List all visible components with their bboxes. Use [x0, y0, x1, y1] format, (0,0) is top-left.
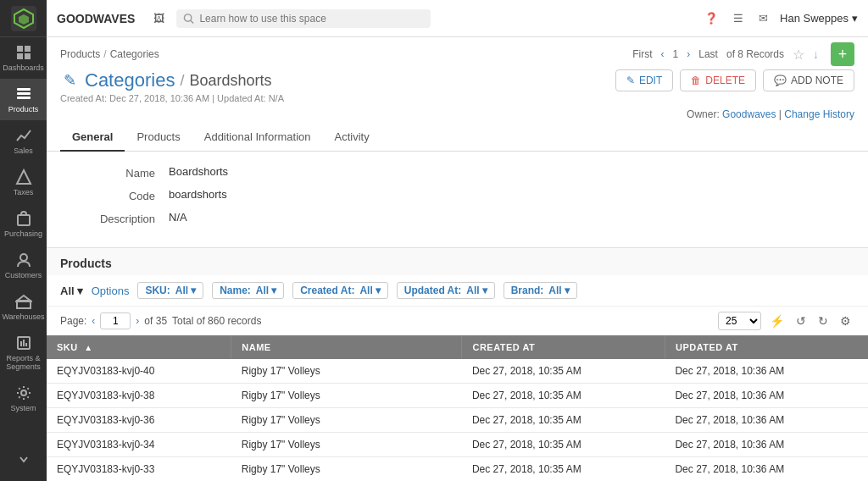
sidebar-item-customers[interactable]: Customers — [0, 245, 47, 286]
chevron-left-icon[interactable]: ‹ — [661, 48, 665, 60]
app-logo — [0, 0, 47, 37]
chevron-down-icon: ▾ — [482, 285, 487, 296]
tab-general[interactable]: General — [60, 124, 125, 152]
sidebar-item-warehouses[interactable]: Warehouses — [0, 286, 47, 328]
sidebar-item-system[interactable]: System — [0, 378, 47, 419]
filter-brand[interactable]: Brand: All ▾ — [504, 282, 577, 299]
filter-updated[interactable]: Updated At: All ▾ — [397, 282, 495, 299]
refresh-icon[interactable]: ↺ — [793, 312, 810, 329]
svg-rect-7 — [17, 88, 31, 91]
delete-button[interactable]: 🗑 DELETE — [680, 69, 756, 91]
cell-updated: Dec 27, 2018, 10:36 AM — [665, 408, 868, 433]
action-buttons: ✎ EDIT 🗑 DELETE 💬 ADD NOTE — [615, 69, 854, 91]
trash-icon: 🗑 — [691, 75, 701, 86]
sidebar-item-taxes[interactable]: Taxes — [0, 162, 47, 203]
chevron-down-icon: ▾ — [191, 285, 196, 296]
filter-name[interactable]: Name: All ▾ — [212, 282, 284, 299]
tab-additional[interactable]: Additional Information — [192, 124, 323, 152]
col-header-name[interactable]: NAME — [231, 335, 462, 359]
page-total: of 35 — [144, 315, 167, 327]
record-first[interactable]: First — [632, 48, 652, 60]
owner-label: Owner: — [687, 108, 720, 120]
mail-icon[interactable]: ✉ — [759, 12, 768, 25]
sidebar-item-taxes-label: Taxes — [14, 188, 34, 196]
cell-updated: Dec 27, 2018, 10:36 AM — [665, 359, 868, 384]
owner-link[interactable]: Goodwaves — [722, 108, 776, 120]
topbar: GOODWAVES 🖼 ❓ ☰ ✉ Han Sweppes ▾ — [47, 0, 868, 37]
main-content: GOODWAVES 🖼 ❓ ☰ ✉ Han Sweppes ▾ Products… — [47, 0, 868, 481]
sidebar-item-sales-label: Sales — [14, 147, 33, 155]
topbar-image-icon[interactable]: 🖼 — [153, 12, 164, 25]
star-icon[interactable]: ☆ — [793, 47, 804, 63]
search-input[interactable] — [199, 13, 424, 25]
add-note-button[interactable]: 💬 ADD NOTE — [763, 69, 854, 91]
filter-sku[interactable]: SKU: All ▾ — [137, 282, 203, 299]
sidebar-item-products[interactable]: Products — [0, 79, 47, 120]
cell-name: Rigby 17" Volleys — [231, 433, 462, 457]
table-row[interactable]: EQYJV03183-kvj0-33 Rigby 17" Volleys Dec… — [47, 457, 868, 482]
table-row[interactable]: EQYJV03183-kvj0-34 Rigby 17" Volleys Dec… — [47, 433, 868, 457]
chevron-right-icon[interactable]: › — [687, 48, 690, 60]
breadcrumb-products[interactable]: Products — [60, 48, 100, 60]
cell-created: Dec 27, 2018, 10:35 AM — [462, 408, 665, 433]
sidebar-item-purchasing[interactable]: Purchasing — [0, 203, 47, 245]
page-next-icon[interactable]: › — [136, 315, 139, 327]
table-row[interactable]: EQYJV03183-kvj0-38 Rigby 17" Volleys Dec… — [47, 384, 868, 408]
name-value: Boardshorts — [169, 165, 228, 178]
breadcrumb-categories[interactable]: Categories — [110, 48, 159, 60]
cell-created: Dec 27, 2018, 10:35 AM — [462, 359, 665, 384]
title-current: Boardshorts — [189, 72, 271, 90]
page-input[interactable] — [100, 312, 131, 329]
col-header-updated[interactable]: UPDATED AT — [665, 335, 868, 359]
sidebar-item-expand[interactable] — [0, 444, 47, 474]
col-header-sku[interactable]: SKU ▲ — [47, 335, 231, 359]
chevron-down-icon: ▾ — [565, 285, 570, 296]
svg-rect-5 — [17, 53, 23, 59]
tab-activity[interactable]: Activity — [322, 124, 381, 152]
svg-line-21 — [191, 20, 193, 23]
change-history-link[interactable]: Change History — [784, 108, 854, 120]
sync-icon[interactable]: ↻ — [815, 312, 832, 329]
help-icon[interactable]: ❓ — [704, 12, 718, 25]
sidebar-nav: Dashboards Products Sales Taxes Purchasi… — [0, 37, 47, 437]
sidebar: Dashboards Products Sales Taxes Purchasi… — [0, 0, 47, 481]
record-total: of 8 Records — [726, 48, 784, 60]
search-box[interactable] — [176, 9, 431, 28]
filter-options[interactable]: Options — [92, 285, 130, 297]
edit-icon: ✎ — [626, 75, 635, 86]
filter-created[interactable]: Created At: All ▾ — [292, 282, 388, 299]
record-last[interactable]: Last — [698, 48, 718, 60]
sidebar-item-sales[interactable]: Sales — [0, 120, 47, 162]
pagination-left: Page: ‹ › of 35 Total of 860 records — [60, 312, 261, 329]
menu-icon[interactable]: ☰ — [733, 12, 743, 25]
sidebar-item-dashboards[interactable]: Dashboards — [0, 37, 47, 79]
table-row[interactable]: EQYJV03183-kvj0-40 Rigby 17" Volleys Dec… — [47, 359, 868, 384]
tab-products[interactable]: Products — [125, 124, 192, 152]
col-header-created[interactable]: CREATED AT — [462, 335, 665, 359]
sidebar-item-reports[interactable]: Reports & Segments — [0, 328, 47, 378]
page-label: Page: — [60, 315, 86, 327]
svg-rect-3 — [17, 46, 23, 52]
filter-icon[interactable]: ⚡ — [766, 312, 787, 329]
filter-all[interactable]: All ▾ — [60, 285, 83, 297]
table-row[interactable]: EQYJV03183-kvj0-36 Rigby 17" Volleys Dec… — [47, 408, 868, 433]
download-icon[interactable]: ↓ — [813, 47, 819, 61]
edit-inline-icon[interactable]: ✎ — [64, 71, 76, 90]
sidebar-bottom — [0, 437, 47, 481]
general-form: Name Boardshorts Code boardshorts Descri… — [47, 152, 868, 247]
cell-name: Rigby 17" Volleys — [231, 384, 462, 408]
record-nav: First ‹ 1 › Last of 8 Records ☆ ↓ + — [632, 42, 854, 66]
user-menu[interactable]: Han Sweppes ▾ — [780, 12, 858, 25]
table-body: EQYJV03183-kvj0-40 Rigby 17" Volleys Dec… — [47, 359, 868, 481]
page-prev-icon[interactable]: ‹ — [92, 315, 95, 327]
edit-button[interactable]: ✎ EDIT — [615, 69, 673, 91]
sidebar-item-customers-label: Customers — [5, 271, 42, 279]
cell-sku: EQYJV03183-kvj0-40 — [47, 359, 231, 384]
add-button[interactable]: + — [831, 42, 854, 66]
products-title: Products — [60, 257, 854, 270]
settings-icon[interactable]: ⚙ — [837, 312, 854, 329]
cell-sku: EQYJV03183-kvj0-36 — [47, 408, 231, 433]
page-size-select[interactable]: 25 50 100 — [718, 312, 761, 330]
app-name: GOODWAVES — [57, 12, 135, 25]
title-link[interactable]: Categories — [85, 69, 175, 91]
